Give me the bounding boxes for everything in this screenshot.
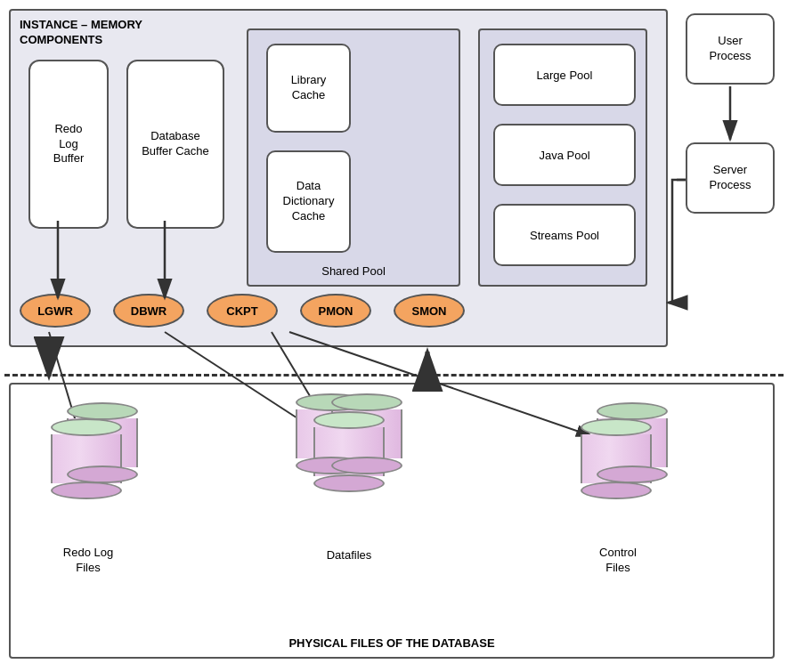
db-buffer-cache-box: DatabaseBuffer Cache	[126, 60, 224, 229]
redo-log-files-label: Redo LogFiles	[44, 546, 133, 576]
server-feedback-arrow	[668, 180, 686, 303]
datafiles-cylinder-3	[313, 411, 385, 492]
data-dict-cache-label: DataDictionaryCache	[283, 179, 335, 224]
lgwr-label: LGWR	[37, 304, 73, 318]
ckpt-ellipse: CKPT	[207, 294, 278, 328]
pmon-label: PMON	[319, 304, 353, 318]
user-process-box: UserProcess	[686, 13, 775, 85]
dbwr-label: DBWR	[131, 304, 167, 318]
instance-title-line2: COMPONENTS	[20, 33, 102, 46]
shared-pool-label: Shared Pool	[248, 264, 459, 278]
smon-ellipse: SMON	[394, 294, 465, 328]
library-cache-label: LibraryCache	[291, 73, 327, 103]
dbwr-ellipse: DBWR	[113, 294, 184, 328]
datafiles-label: Datafiles	[296, 548, 402, 563]
pmon-ellipse: PMON	[300, 294, 371, 328]
instance-title-line1: INSTANCE – MEMORY	[20, 18, 142, 31]
java-pool-label: Java Pool	[539, 149, 589, 162]
control-files-label: ControlFiles	[573, 546, 662, 576]
ckpt-label: CKPT	[226, 304, 257, 318]
server-process-label: ServerProcess	[710, 163, 751, 193]
java-pool-box: Java Pool	[493, 124, 636, 186]
db-buffer-cache-label: DatabaseBuffer Cache	[142, 129, 209, 159]
redo-log-buffer-label: RedoLogBuffer	[53, 122, 84, 167]
server-process-box: ServerProcess	[686, 142, 775, 214]
smon-label: SMON	[412, 304, 447, 318]
instance-title: INSTANCE – MEMORY COMPONENTS	[20, 18, 142, 48]
dashed-separator	[4, 374, 784, 376]
processes-row: LGWR DBWR CKPT PMON SMON	[20, 294, 661, 328]
large-pool-box: Large Pool	[493, 44, 636, 106]
user-process-label: UserProcess	[710, 34, 751, 64]
physical-files-title: PHYSICAL FILES OF THE DATABASE	[11, 636, 773, 650]
lgwr-ellipse: LGWR	[20, 294, 91, 328]
right-pools-box: Large Pool Java Pool Streams Pool	[478, 28, 647, 287]
shared-pool-box: LibraryCache DataDictionaryCache Shared …	[247, 28, 460, 287]
redo-log-buffer-box: RedoLogBuffer	[28, 60, 109, 229]
streams-pool-box: Streams Pool	[493, 204, 636, 266]
data-dict-cache-box: DataDictionaryCache	[266, 150, 351, 253]
large-pool-label: Large Pool	[537, 69, 593, 82]
library-cache-box: LibraryCache	[266, 44, 351, 133]
instance-memory-box: INSTANCE – MEMORY COMPONENTS RedoLogBuff…	[9, 9, 668, 347]
physical-files-section: Redo LogFiles Datafiles	[9, 383, 775, 659]
control-files-cylinder-front	[581, 418, 652, 499]
main-container: INSTANCE – MEMORY COMPONENTS RedoLogBuff…	[0, 0, 788, 672]
streams-pool-label: Streams Pool	[530, 229, 599, 242]
redo-log-cylinder-front	[51, 418, 122, 499]
